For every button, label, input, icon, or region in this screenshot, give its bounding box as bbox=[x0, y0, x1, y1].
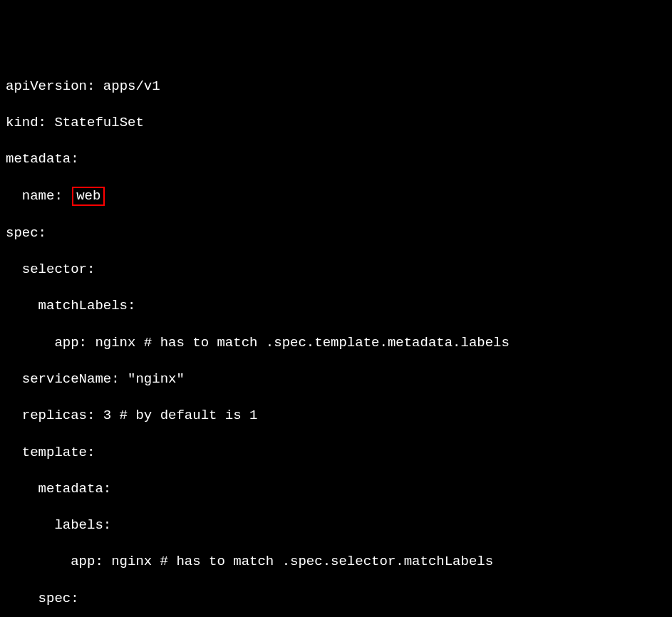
yaml-line: metadata: bbox=[6, 150, 666, 169]
yaml-line-name-web: name: web bbox=[6, 187, 666, 206]
yaml-key: name: bbox=[22, 188, 71, 204]
yaml-line: apiVersion: apps/v1 bbox=[6, 78, 666, 96]
yaml-line: matchLabels: bbox=[6, 297, 666, 316]
yaml-line: spec: bbox=[6, 590, 666, 608]
highlight-box-web: web bbox=[72, 187, 105, 206]
yaml-line: template: bbox=[6, 444, 666, 462]
yaml-line: app: nginx # has to match .spec.selector… bbox=[6, 553, 666, 571]
yaml-line: replicas: 3 # by default is 1 bbox=[6, 407, 666, 425]
yaml-line: spec: bbox=[6, 224, 666, 243]
yaml-line: serviceName: "nginx" bbox=[6, 370, 666, 389]
yaml-line: selector: bbox=[6, 261, 666, 279]
yaml-line: app: nginx # has to match .spec.template… bbox=[6, 334, 666, 353]
yaml-line: labels: bbox=[6, 517, 666, 535]
yaml-line: metadata: bbox=[6, 480, 666, 499]
yaml-line: kind: StatefulSet bbox=[6, 114, 666, 133]
